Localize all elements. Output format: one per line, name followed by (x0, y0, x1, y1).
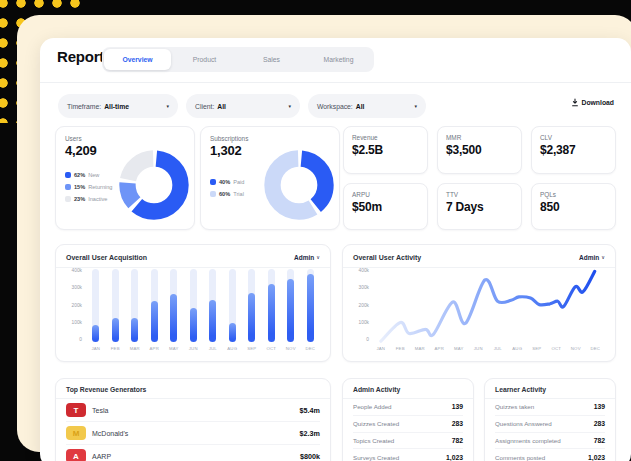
kpi-card-revenue: Revenue$2.5B (343, 126, 428, 174)
activity-row-surveys-created: Surveys Created1,023 (353, 449, 463, 461)
bar-dec (307, 269, 314, 342)
kpi-label: TTV (446, 191, 458, 198)
bar-fill (92, 325, 99, 342)
x-tick: OCT (262, 346, 282, 351)
top-revenue-title: Top Revenue Generators (66, 386, 146, 393)
revenue-name: AARP (92, 453, 111, 460)
activity-row-quizzes-created: Quizzes Created283 (353, 416, 463, 433)
x-tick: FEB (391, 346, 411, 351)
users-value: 4,209 (65, 143, 97, 158)
tab-marketing[interactable]: Marketing (305, 49, 372, 70)
bar-nov (287, 269, 294, 342)
bar-jan (92, 269, 99, 342)
legend-pct: 62% (74, 172, 85, 178)
filter-label: Timeframe: (67, 103, 101, 110)
users-label: Users (65, 135, 82, 142)
activity-value: 782 (452, 437, 463, 444)
caret-down-icon: ▾ (156, 103, 169, 109)
tab-product[interactable]: Product (171, 49, 238, 70)
activity-row-quizzes-taken: Quizzes taken139 (495, 399, 605, 416)
x-tick: SEP (242, 346, 262, 351)
filter-label: Client: (195, 103, 214, 110)
kpi-grid: Revenue$2.5BMMR$3,500CLV$2,387ARPU$50mTT… (343, 126, 616, 230)
user-activity-card: Overall User Activity Admin ∨ 400k300k20… (342, 244, 616, 362)
bar-oct (268, 269, 275, 342)
acquisition-divider (56, 267, 330, 268)
x-tick: SEP (527, 346, 547, 351)
y-tick: 100k (72, 320, 82, 325)
x-tick: AUG (223, 346, 243, 351)
tab-overview[interactable]: Overview (104, 49, 171, 70)
acquisition-header: Overall User Acquisition Admin ∨ (56, 245, 330, 265)
x-tick: NOV (281, 346, 301, 351)
bar-jul (209, 269, 216, 342)
kpi-label: CLV (540, 134, 552, 141)
download-button[interactable]: Download (571, 98, 614, 107)
revenue-value: $800k (300, 452, 320, 461)
caret-down-icon: ▾ (404, 103, 417, 109)
kpi-value: 850 (540, 200, 559, 214)
kpi-value: $50m (352, 200, 382, 214)
bar-sep (248, 269, 255, 342)
bar-fill (131, 318, 138, 342)
header-divider (40, 82, 631, 83)
legend-name: New (88, 172, 99, 178)
activity-label: Assignments completed (495, 437, 561, 444)
revenue-value: $5.4m (300, 406, 320, 415)
activity-header: Overall User Activity Admin ∨ (343, 245, 615, 265)
acquisition-dropdown-label: Admin (294, 254, 314, 261)
activity-label: Quizzes Created (353, 420, 399, 427)
user-acquisition-card: Overall User Acquisition Admin ∨ 400k300… (55, 244, 331, 362)
legend-swatch (210, 179, 216, 185)
bar-feb (112, 269, 119, 342)
top-revenue-rows: TTesla$5.4mMMcDonald's$2.3mAAARP$800k (66, 399, 320, 461)
bar-fill (287, 279, 294, 342)
activity-row-comments-posted: Comments posted1,023 (495, 449, 605, 461)
revenue-row-tesla: TTesla$5.4m (66, 399, 320, 422)
activity-line-chart (371, 269, 605, 343)
bar-aug (229, 269, 236, 342)
activity-y-axis: 400k300k200k100k0 (347, 268, 369, 342)
legend-name: Returning (88, 184, 112, 190)
chevron-down-icon: ∨ (601, 254, 605, 260)
filter-timeframe[interactable]: Timeframe:All-time▾ (58, 94, 178, 118)
kpi-value: $2.5B (352, 143, 383, 157)
subscriptions-value: 1,302 (210, 143, 242, 158)
kpi-value: $3,500 (446, 143, 482, 157)
acquisition-admin-dropdown[interactable]: Admin ∨ (294, 254, 320, 261)
learner-activity-card: Learner Activity Quizzes taken139Questio… (484, 378, 616, 461)
acquisition-title: Overall User Acquisition (66, 254, 147, 261)
activity-label: Surveys Created (353, 454, 399, 461)
filter-workspace[interactable]: Workspace:All▾ (308, 94, 426, 118)
activity-line (381, 271, 595, 341)
acquisition-y-axis: 400k300k200k100k0 (60, 268, 82, 342)
filter-label: Workspace: (317, 103, 353, 110)
filter-value: All-time (104, 103, 129, 110)
kpi-card-pqls: PQLs850 (531, 183, 616, 231)
bar-fill (209, 300, 216, 343)
revenue-name: Tesla (92, 407, 108, 414)
filter-value: All (217, 103, 226, 110)
bar-fill (190, 308, 197, 342)
activity-admin-dropdown[interactable]: Admin ∨ (579, 254, 605, 261)
filter-client[interactable]: Client:All▾ (186, 94, 300, 118)
kpi-value: $2,387 (540, 143, 576, 157)
subscriptions-legend: 40%Paid60%Trial (210, 179, 244, 197)
tab-sales[interactable]: Sales (238, 49, 305, 70)
legend-item-returning: 15%Returning (65, 184, 112, 190)
x-tick: MAR (125, 346, 145, 351)
mcdonalds-logo: M (66, 426, 86, 440)
legend-name: Trial (233, 191, 244, 197)
kpi-value: 7 Days (446, 200, 484, 214)
filter-value: All (356, 103, 365, 110)
download-icon (571, 98, 579, 107)
x-tick: JAN (371, 346, 391, 351)
page-background: Reports OverviewProductSalesMarketing Ti… (0, 0, 631, 461)
activity-label: Quizzes taken (495, 403, 534, 410)
legend-item-new: 62%New (65, 172, 112, 178)
admin-activity-card: Admin Activity People Added139Quizzes Cr… (342, 378, 474, 461)
x-tick: NOV (566, 346, 586, 351)
y-tick: 300k (359, 285, 369, 290)
y-tick: 200k (72, 303, 82, 308)
activity-label: Topics Created (353, 437, 394, 444)
